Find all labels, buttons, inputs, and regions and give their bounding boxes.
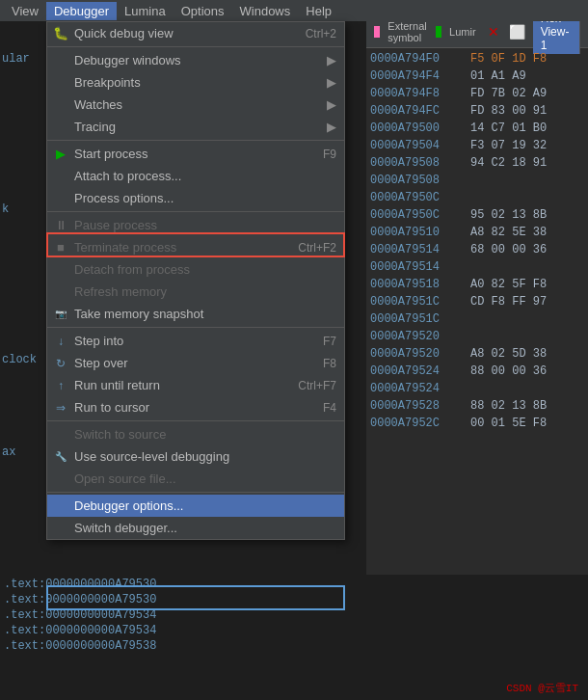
menu-detach-process-label: Detach from process bbox=[74, 262, 190, 277]
menu-refresh-memory-label: Refresh memory bbox=[74, 284, 167, 299]
menu-step-into-label: Step into bbox=[74, 334, 123, 348]
menu-tracing[interactable]: Tracing ▶ bbox=[47, 116, 344, 138]
menu-run-until-return-label: Run until return bbox=[74, 378, 160, 392]
run-return-icon: ↑ bbox=[51, 379, 70, 392]
play-icon: ▶ bbox=[51, 147, 70, 161]
menu-start-process-shortcut: F9 bbox=[323, 148, 336, 161]
sep-2 bbox=[47, 140, 344, 141]
menu-memory-snapshot[interactable]: 📷 Take memory snapshot bbox=[47, 303, 344, 325]
menu-run-to-cursor[interactable]: ⇒ Run to cursor F4 bbox=[47, 396, 344, 418]
menu-bar: View Debugger Lumina Options Windows Hel… bbox=[0, 0, 588, 21]
menu-open-source-label: Open source file... bbox=[74, 471, 176, 486]
menu-memory-snapshot-label: Take memory snapshot bbox=[74, 307, 203, 321]
pause-icon: ⏸ bbox=[51, 218, 70, 232]
menu-debugger-windows[interactable]: Debugger windows ▶ bbox=[47, 49, 344, 71]
menu-open-source: Open source file... bbox=[47, 468, 344, 490]
menu-tracing-label: Tracing bbox=[74, 120, 116, 134]
menu-pause-process: ⏸ Pause process bbox=[47, 214, 344, 236]
menu-step-over-shortcut: F8 bbox=[323, 357, 336, 370]
menu-terminate-process-label: Terminate process bbox=[74, 240, 176, 255]
dropdown-overlay: 🐛 Quick debug view Ctrl+2 Debugger windo… bbox=[0, 21, 588, 700]
menu-process-options-label: Process options... bbox=[74, 191, 174, 205]
menu-step-over-label: Step over bbox=[74, 356, 128, 370]
menu-debugger-windows-label: Debugger windows bbox=[74, 53, 181, 67]
menu-windows[interactable]: Windows bbox=[232, 2, 299, 20]
snapshot-icon: 📷 bbox=[51, 309, 70, 319]
step-into-icon: ↓ bbox=[51, 335, 70, 348]
arrow-icon-1: ▶ bbox=[327, 53, 336, 67]
menu-switch-source: Switch to source bbox=[47, 423, 344, 445]
arrow-icon-4: ▶ bbox=[327, 120, 336, 134]
menu-quick-debug-shortcut: Ctrl+2 bbox=[306, 27, 336, 40]
sep-3 bbox=[47, 211, 344, 212]
arrow-icon-3: ▶ bbox=[327, 97, 336, 112]
menu-start-process-label: Start process bbox=[74, 147, 148, 161]
menu-view[interactable]: View bbox=[4, 2, 46, 20]
menu-breakpoints[interactable]: Breakpoints ▶ bbox=[47, 71, 344, 94]
menu-terminate-shortcut: Ctrl+F2 bbox=[298, 241, 336, 255]
menu-debugger-options[interactable]: Debugger options... bbox=[47, 495, 344, 517]
menu-refresh-memory: Refresh memory bbox=[47, 281, 344, 303]
debug-icon: 🐛 bbox=[51, 26, 70, 40]
menu-detach-process: Detach from process bbox=[47, 258, 344, 281]
dropdown-menu: 🐛 Quick debug view Ctrl+2 Debugger windo… bbox=[46, 21, 345, 540]
menu-attach-process[interactable]: Attach to process... bbox=[47, 165, 344, 187]
menu-options[interactable]: Options bbox=[174, 2, 232, 20]
sep-1 bbox=[47, 46, 344, 47]
menu-start-process[interactable]: ▶ Start process F9 bbox=[47, 143, 344, 165]
menu-run-until-return[interactable]: ↑ Run until return Ctrl+F7 bbox=[47, 374, 344, 396]
menu-switch-debugger[interactable]: Switch debugger... bbox=[47, 517, 344, 539]
menu-watches[interactable]: Watches ▶ bbox=[47, 94, 344, 116]
menu-watches-label: Watches bbox=[74, 97, 122, 112]
arrow-icon-2: ▶ bbox=[327, 75, 336, 90]
menu-process-options[interactable]: Process options... bbox=[47, 187, 344, 209]
menu-quick-debug[interactable]: 🐛 Quick debug view Ctrl+2 bbox=[47, 22, 344, 44]
menu-terminate-process: ■ Terminate process Ctrl+F2 bbox=[47, 236, 344, 258]
menu-switch-debugger-label: Switch debugger... bbox=[74, 521, 177, 535]
step-over-icon: ↻ bbox=[51, 357, 70, 370]
menu-run-to-cursor-shortcut: F4 bbox=[323, 401, 336, 415]
run-cursor-icon: ⇒ bbox=[51, 401, 70, 415]
sep-5 bbox=[47, 420, 344, 421]
menu-breakpoints-label: Breakpoints bbox=[74, 75, 141, 90]
stop-icon: ■ bbox=[51, 240, 70, 255]
menu-help[interactable]: Help bbox=[298, 2, 339, 20]
debugger-options-highlight-box bbox=[46, 585, 345, 610]
menu-quick-debug-label: Quick debug view bbox=[74, 26, 174, 40]
sep-4 bbox=[47, 327, 344, 328]
menu-lumina[interactable]: Lumina bbox=[117, 2, 174, 20]
menu-source-debug[interactable]: 🔧 Use source-level debugging bbox=[47, 445, 344, 468]
menu-debugger[interactable]: Debugger bbox=[46, 2, 117, 20]
menu-source-debug-label: Use source-level debugging bbox=[74, 449, 229, 464]
source-debug-icon: 🔧 bbox=[51, 451, 70, 462]
menu-run-to-cursor-label: Run to cursor bbox=[74, 400, 149, 415]
menu-pause-process-label: Pause process bbox=[74, 218, 157, 232]
menu-debugger-options-label: Debugger options... bbox=[74, 498, 183, 513]
menu-step-over[interactable]: ↻ Step over F8 bbox=[47, 352, 344, 374]
menu-attach-process-label: Attach to process... bbox=[74, 169, 181, 183]
menu-step-into[interactable]: ↓ Step into F7 bbox=[47, 330, 344, 352]
menu-step-into-shortcut: F7 bbox=[323, 335, 336, 348]
menu-switch-source-label: Switch to source bbox=[74, 427, 166, 442]
sep-6 bbox=[47, 492, 344, 493]
menu-run-until-return-shortcut: Ctrl+F7 bbox=[298, 379, 336, 392]
